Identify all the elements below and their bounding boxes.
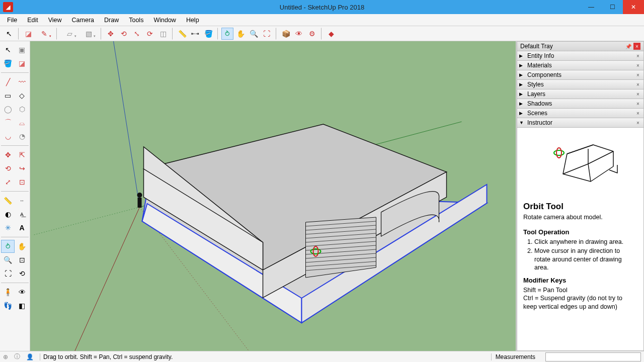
panel-shadows[interactable]: ▶Shadows×	[517, 99, 644, 109]
pan-tool-icon[interactable]: ✋	[234, 28, 247, 40]
pushpull-icon[interactable]: ⇱	[15, 148, 29, 161]
dimension-icon[interactable]: ↔	[15, 194, 29, 207]
separator	[1, 237, 29, 237]
panel-close-icon[interactable]: ×	[634, 53, 641, 59]
3dtext-icon[interactable]: A	[15, 221, 29, 234]
minimize-button[interactable]: —	[581, 0, 602, 14]
panel-close-icon[interactable]: ×	[634, 72, 641, 78]
menu-draw[interactable]: Draw	[99, 15, 124, 25]
pencil-tool-icon[interactable]: ✎	[35, 28, 53, 40]
panel-close-icon[interactable]: ×	[634, 101, 641, 107]
axes-icon[interactable]: ✳	[1, 221, 15, 234]
zoom-extents-icon[interactable]: ⛶	[1, 267, 15, 280]
panel-styles[interactable]: ▶Styles×	[517, 80, 644, 89]
offset-icon[interactable]: ⊡	[15, 175, 29, 189]
panel-scenes[interactable]: ▶Scenes×	[517, 109, 644, 118]
maximize-button[interactable]: ☐	[602, 0, 623, 14]
panel-close-icon[interactable]: ×	[634, 92, 641, 97]
panel-materials[interactable]: ▶Materials×	[517, 61, 644, 70]
followme-icon[interactable]: ↪	[15, 162, 29, 175]
look-around-icon[interactable]: 👁	[15, 286, 29, 299]
select-icon[interactable]: ↖	[1, 43, 15, 56]
orbit-tool-icon[interactable]: ⥁	[221, 28, 233, 40]
menu-tools[interactable]: Tools	[124, 15, 148, 25]
menu-window[interactable]: Window	[148, 15, 181, 25]
menu-help[interactable]: Help	[181, 15, 204, 25]
position-camera-icon[interactable]: 🧍	[1, 286, 15, 299]
component-icon[interactable]: ▣	[15, 43, 29, 56]
previous-icon[interactable]: ⟲	[15, 267, 29, 280]
panel-entity-info[interactable]: ▶Entity Info×	[517, 51, 644, 61]
offset-tool-icon[interactable]: ⟳	[144, 28, 156, 40]
pie-icon[interactable]: ◔	[15, 130, 29, 143]
close-button[interactable]: ✕	[623, 0, 644, 14]
zoom-icon[interactable]: 🔍	[1, 253, 15, 266]
pin-icon[interactable]: 📌	[625, 44, 631, 49]
panel-close-icon[interactable]: ×	[634, 111, 641, 116]
viewport[interactable]	[30, 41, 516, 351]
extension-icon[interactable]: ⚙	[306, 28, 318, 40]
freehand-icon[interactable]: 〰	[15, 75, 29, 88]
panel-close-icon[interactable]: ×	[634, 82, 641, 87]
chevron-right-icon: ▶	[519, 111, 524, 116]
warehouse-get-icon[interactable]: 📦	[280, 28, 292, 40]
menu-camera[interactable]: Camera	[67, 15, 99, 25]
protractor-icon[interactable]: ◐	[1, 208, 15, 221]
arc-icon[interactable]: ⌒	[1, 116, 15, 129]
line-icon[interactable]: ╱	[1, 75, 15, 88]
pan-icon[interactable]: ✋	[15, 240, 29, 253]
paint-icon[interactable]: 🪣	[1, 57, 15, 70]
scale-tool-icon[interactable]: ⤡	[131, 28, 143, 40]
zoom-window-icon[interactable]: ⊡	[15, 253, 29, 266]
menu-view[interactable]: View	[43, 15, 67, 25]
panel-instructor[interactable]: ▼Instructor×	[517, 118, 644, 128]
panel-components[interactable]: ▶Components×	[517, 70, 644, 80]
arc2-icon[interactable]: ⌓	[15, 116, 29, 129]
geolocation-icon[interactable]: ⊕	[3, 353, 8, 360]
dimension-tool-icon[interactable]: ⇤⇥	[189, 28, 201, 40]
move-tool-icon[interactable]: ✥	[105, 28, 117, 40]
rectangle-icon[interactable]: ▭	[1, 89, 15, 102]
tape-icon[interactable]: 📏	[1, 194, 15, 207]
eraser-tool-icon[interactable]: ◪	[22, 28, 34, 40]
followme-tool-icon[interactable]: ◫	[157, 28, 169, 40]
measurements-input[interactable]	[545, 352, 641, 361]
tape-tool-icon[interactable]: 📏	[176, 28, 188, 40]
status-hint: Drag to orbit. Shift = Pan, Ctrl = suspe…	[40, 353, 485, 360]
pushpull-tool-icon[interactable]: ▧	[79, 28, 98, 40]
tray-header[interactable]: Default Tray 📌 ×	[517, 41, 644, 51]
zoom-tool-icon[interactable]: 🔍	[248, 28, 260, 40]
select-tool-icon[interactable]: ↖	[3, 28, 15, 40]
toolbar-separator	[172, 28, 173, 40]
section-icon[interactable]: ◧	[15, 299, 29, 312]
tray-close-icon[interactable]: ×	[633, 43, 640, 50]
menu-edit[interactable]: Edit	[22, 15, 43, 25]
polygon-icon[interactable]: ⬡	[15, 103, 29, 116]
rectangle-tool-icon[interactable]: ▱	[60, 28, 78, 40]
credits-icon[interactable]: ⓘ	[14, 352, 20, 361]
text-icon[interactable]: A͟	[15, 208, 29, 221]
arc3-icon[interactable]: ◡	[1, 130, 15, 143]
move-icon[interactable]: ✥	[1, 148, 15, 161]
rotate-icon[interactable]: ⟲	[1, 162, 15, 175]
person-icon[interactable]: 👤	[26, 353, 34, 360]
paint-tool-icon[interactable]: 🪣	[202, 28, 214, 40]
scale-icon[interactable]: ⤢	[1, 175, 15, 189]
extension-warehouse-icon[interactable]: ◆	[325, 28, 337, 40]
panel-close-icon[interactable]: ×	[634, 120, 641, 126]
measurements-label: Measurements	[491, 353, 539, 360]
eraser-icon[interactable]: ◪	[15, 57, 29, 70]
svg-point-30	[554, 150, 564, 155]
orbit-icon[interactable]: ⥁	[1, 240, 15, 253]
rotate-tool-icon[interactable]: ⟲	[118, 28, 130, 40]
chevron-down-icon: ▼	[519, 120, 524, 125]
rotated-rect-icon[interactable]: ◇	[15, 89, 29, 102]
warehouse-share-icon[interactable]: 👁	[293, 28, 305, 40]
svg-marker-12	[306, 217, 376, 278]
panel-close-icon[interactable]: ×	[634, 63, 641, 68]
walk-icon[interactable]: 👣	[1, 299, 15, 312]
panel-layers[interactable]: ▶Layers×	[517, 89, 644, 99]
zoom-extents-icon[interactable]: ⛶	[261, 28, 273, 40]
circle-icon[interactable]: ◯	[1, 103, 15, 116]
menu-file[interactable]: File	[2, 15, 22, 25]
